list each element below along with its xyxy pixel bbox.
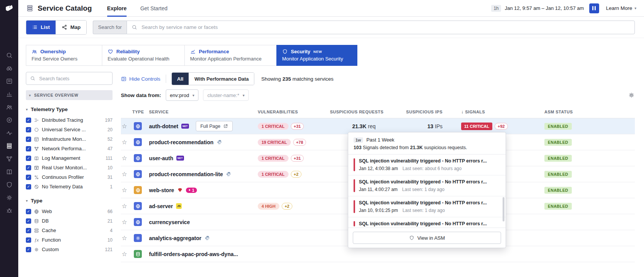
facet-item[interactable]: ✓No Telemetry Data1 (26, 182, 113, 191)
checkbox-checked[interactable]: ✓ (26, 218, 31, 224)
filter-all-button[interactable]: All (172, 73, 189, 85)
bug-icon[interactable] (6, 207, 13, 214)
service-name[interactable]: web-store (149, 187, 174, 193)
service-name[interactable]: currencyservice (149, 219, 190, 225)
facet-item[interactable]: ✓Continuous Profiler31 (26, 172, 113, 182)
service-catalog-icon[interactable] (6, 142, 13, 150)
star-icon[interactable]: ☆ (121, 186, 127, 194)
checkbox-checked[interactable]: ✓ (26, 209, 31, 214)
facet-item[interactable]: ✓Real User Monitori...10 (26, 163, 113, 172)
facet-item[interactable]: ✓Infrastructure Mon...52 (26, 134, 113, 144)
vulnerability-badge[interactable]: 1 CRITICAL (258, 171, 289, 178)
facet-item[interactable]: ✓DB21 (26, 216, 113, 226)
view-in-asm-button[interactable]: View in ASM (353, 232, 501, 244)
service-name[interactable]: product-recommendation-lite (149, 171, 223, 177)
flame-badge[interactable]: 1 (186, 188, 197, 193)
facet-item[interactable]: ✓Universal Service ...20 (26, 125, 113, 134)
service-name[interactable]: ad-server (149, 203, 173, 209)
full-page-button[interactable]: Full Page (196, 121, 233, 131)
checkbox-checked[interactable]: ✓ (26, 247, 31, 252)
category-tab-reliability[interactable]: ReliabilityEvaluate Operational Health (102, 45, 185, 66)
vulnerability-plus-badge[interactable]: +78 (293, 139, 306, 146)
time-range[interactable]: Jan 12, 9:57 am – Jan 12, 10:57 am (505, 5, 584, 11)
search-for-button[interactable]: Search for (93, 21, 127, 34)
facet-item[interactable]: ✓ƒxFunction10 (26, 235, 113, 245)
apm-icon[interactable] (6, 129, 13, 137)
service-name[interactable]: product-recommendation (149, 139, 214, 145)
list-view-button[interactable]: List (26, 21, 56, 34)
vulnerability-plus-badge[interactable]: +2 (282, 203, 293, 210)
signals-plus-badge[interactable]: +92 (495, 123, 508, 130)
star-icon[interactable]: ☆ (121, 170, 127, 178)
map-view-button[interactable]: Map (56, 21, 86, 34)
signal-item[interactable]: SQL injection vulnerability triggered - … (348, 196, 506, 217)
facet-item[interactable]: ✓Network Performa...47 (26, 144, 113, 153)
checkbox-checked[interactable]: ✓ (26, 165, 31, 170)
checkbox-checked[interactable]: ✓ (26, 156, 31, 161)
filter-dropdown[interactable]: env:prod▾ (166, 89, 199, 101)
vulnerability-badge[interactable]: 19 CRITICAL (258, 139, 291, 146)
gear-icon[interactable] (628, 92, 635, 99)
checkbox-checked[interactable]: ✓ (26, 146, 31, 151)
service-name[interactable]: auth-dotnet (149, 123, 178, 129)
checkbox-checked[interactable]: ✓ (26, 118, 31, 123)
checkbox-checked[interactable]: ✓ (26, 127, 31, 132)
synthetics-icon[interactable] (6, 116, 13, 124)
vulnerability-plus-badge[interactable]: +2 (291, 171, 302, 178)
facet-item[interactable]: ✓Distributed Tracing197 (26, 115, 113, 125)
vulnerability-badge[interactable]: 1 CRITICAL (258, 155, 289, 162)
column-service[interactable]: SERVICE (149, 110, 258, 114)
star-icon[interactable]: ☆ (121, 138, 127, 146)
column-suspicious-requests[interactable]: SUSPICIOUS REQUESTS (330, 110, 387, 114)
category-tab-ownership[interactable]: OwnershipFind Service Owners (26, 45, 102, 66)
filter-dropdown[interactable]: cluster-name:*▾ (203, 89, 249, 101)
people-icon[interactable] (6, 103, 13, 111)
table-row[interactable]: ☆fulfill-orders-apac-prod-aws-dyna... (121, 246, 635, 262)
settings-icon[interactable] (6, 194, 13, 201)
metrics-icon[interactable] (6, 91, 13, 98)
vulnerability-plus-badge[interactable]: +31 (291, 123, 304, 130)
star-icon[interactable]: ☆ (121, 218, 127, 226)
header-tab-explore[interactable]: Explore (107, 0, 127, 17)
security-shield-icon[interactable] (6, 181, 13, 188)
star-icon[interactable]: ☆ (121, 123, 127, 130)
column-vulnerabilities[interactable]: VULNERABILITIES (258, 110, 330, 114)
facet-item[interactable]: ✓Log Management111 (26, 153, 113, 163)
checkbox-checked[interactable]: ✓ (26, 137, 31, 142)
category-tab-performance[interactable]: PerformanceMonitor Application Performan… (184, 45, 277, 66)
column-type[interactable]: TYPE (132, 110, 149, 114)
service-name[interactable]: analytics-aggregator (149, 235, 201, 241)
filter-with-performance-data-button[interactable]: With Performance Data (189, 73, 254, 85)
search-input[interactable] (141, 24, 630, 30)
column-suspicious-ips[interactable]: SUSPICIOUS IPS (387, 110, 448, 114)
time-duration-badge[interactable]: 1h (491, 5, 501, 12)
checkbox-checked[interactable]: ✓ (26, 228, 31, 233)
column-signals[interactable]: ↓SIGNALS (448, 109, 528, 115)
service-name[interactable]: user-auth (149, 155, 173, 161)
header-tab-get-started[interactable]: Get Started (140, 0, 168, 17)
category-tab-security[interactable]: SecurityNEWMonitor Application Security (276, 45, 357, 66)
logs-icon[interactable] (6, 168, 13, 175)
checkbox-checked[interactable]: ✓ (26, 175, 31, 180)
signal-item[interactable]: SQL injection vulnerability triggered - … (348, 175, 506, 196)
facet-group-header[interactable]: ▾Telemetry Type (26, 107, 113, 112)
service-name[interactable]: fulfill-orders-apac-prod-aws-dyna... (149, 251, 238, 257)
datadog-logo[interactable] (3, 3, 15, 14)
column-asm-status[interactable]: ASM STATUS (528, 110, 635, 114)
dashboards-icon[interactable] (6, 78, 13, 85)
signal-item[interactable]: SQL injection vulnerability triggered - … (348, 154, 506, 175)
network-icon[interactable] (6, 155, 13, 162)
service-overview-section[interactable]: ▾ SERVICE OVERVIEW (26, 90, 113, 100)
watchdog-icon[interactable] (6, 65, 13, 72)
checkbox-checked[interactable]: ✓ (26, 184, 31, 189)
facet-search-input[interactable] (38, 75, 108, 82)
star-icon[interactable]: ☆ (121, 234, 127, 242)
learn-more-menu[interactable]: Learn More ▾ (606, 5, 636, 11)
vulnerability-badge[interactable]: 4 HIGH (258, 203, 279, 210)
vulnerability-badge[interactable]: 1 CRITICAL (258, 123, 289, 130)
signal-item[interactable]: SQL injection vulnerability triggered - … (348, 217, 506, 228)
facet-item[interactable]: ✓Cache4 (26, 226, 113, 235)
pause-button[interactable] (589, 3, 599, 13)
star-icon[interactable]: ☆ (121, 154, 127, 162)
signals-badge[interactable]: 11 CRITICAL (461, 123, 492, 130)
